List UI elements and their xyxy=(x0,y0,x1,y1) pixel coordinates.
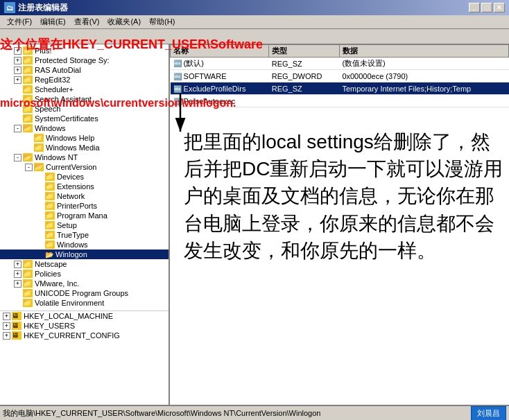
table-row-selected[interactable]: 🔤 ExcludeProfileDirs REG_SZ Temporary In… xyxy=(171,82,509,95)
expand-icon[interactable]: - xyxy=(14,154,21,161)
tree-item-protected[interactable]: + 📁 Protected Storage Sy: xyxy=(0,55,169,65)
folder-icon: 📁 xyxy=(45,240,55,249)
tree-item-regedit32[interactable]: + 📁 RegEdit32 xyxy=(0,75,169,85)
folder-icon: 📂 xyxy=(34,163,44,171)
folder-icon: 📁 xyxy=(23,46,33,55)
folder-icon: 📁 xyxy=(45,231,55,239)
folder-open-icon: 📂 xyxy=(45,251,53,259)
window-title: 注册表编辑器 xyxy=(18,2,68,14)
tree-item-windows2[interactable]: 📁 Windows xyxy=(0,240,169,250)
expand-icon[interactable]: + xyxy=(14,261,21,268)
tree-item-scheduler[interactable]: 📁 Scheduler+ xyxy=(0,85,169,94)
table-row[interactable]: 🔤 SOFTWARE REG_DWORD 0x00000ece (3790) xyxy=(171,70,509,82)
folder-icon: 🖥 xyxy=(12,312,21,320)
folder-icon: 📁 xyxy=(45,173,55,181)
reg-type xyxy=(269,95,340,107)
tree-item-search[interactable]: 📁 Search Assistant xyxy=(0,94,169,104)
tree-item-hklm[interactable]: + 🖥 HKEY_LOCAL_MACHINE xyxy=(0,311,169,321)
folder-icon: 📁 xyxy=(45,182,55,191)
tree-item-windows[interactable]: - 📂 Windows xyxy=(0,123,169,133)
tree-item-syscerts[interactable]: 📁 SystemCertificates xyxy=(0,114,169,123)
folder-icon: 📁 xyxy=(23,114,33,123)
tree-item-program-mana[interactable]: 📁 Program Mana xyxy=(0,211,169,220)
menu-view[interactable]: 查看(V) xyxy=(70,15,104,28)
tree-item-setup[interactable]: 📁 Setup xyxy=(0,220,169,230)
folder-icon: 📁 xyxy=(23,66,33,74)
expand-icon[interactable]: - xyxy=(14,125,21,132)
menu-favorites[interactable]: 收藏夹(A) xyxy=(103,15,145,28)
tree-item-hku[interactable]: + 🖥 HKEY_USERS xyxy=(0,321,169,331)
tree-item-devices[interactable]: 📁 Devices xyxy=(0,172,169,182)
tree-label: Windows xyxy=(57,240,88,249)
tree-item-currentversion[interactable]: - 📂 CurrentVersion xyxy=(0,162,169,172)
status-path: 我的电脑\HKEY_CURRENT_USER\Software\Microsof… xyxy=(3,408,468,419)
folder-icon: 📁 xyxy=(23,299,33,307)
close-button[interactable]: ✕ xyxy=(494,3,505,12)
tree-label: RAS AutoDial xyxy=(35,66,81,74)
reg-name: 🔤 (默认) xyxy=(171,58,269,70)
tree-label: Extensions xyxy=(57,182,94,191)
tree-item-unicode[interactable]: 📁 UNICODE Program Groups xyxy=(0,288,169,298)
expand-icon[interactable]: + xyxy=(14,280,21,288)
tree-item-vmware[interactable]: + 📁 VMware, Inc. xyxy=(0,279,169,288)
tree-item-windows-media[interactable]: 📁 Windows Media xyxy=(0,143,169,152)
reg-name: 🔤 SOFTWARE xyxy=(171,70,269,82)
tree-label: Plus! xyxy=(35,46,51,55)
expand-icon[interactable]: - xyxy=(25,164,33,171)
tree-item-winlogon[interactable]: 📂 Winlogon xyxy=(0,250,169,259)
col-data: 数据 xyxy=(339,45,508,58)
tree-item-windows-help[interactable]: 📁 Windows Help xyxy=(0,133,169,143)
folder-icon: 📁 xyxy=(34,143,44,152)
tree-item-truetype[interactable]: 📁 TrueType xyxy=(0,230,169,240)
folder-icon: 📁 xyxy=(23,289,33,297)
tree-label: RegEdit32 xyxy=(35,76,70,84)
expand-icon[interactable]: + xyxy=(14,270,21,278)
toolbar xyxy=(0,29,509,44)
title-bar: 🗂 注册表编辑器 _ □ ✕ xyxy=(0,0,509,15)
folder-icon: 📁 xyxy=(45,202,55,210)
tree-label: Setup xyxy=(57,221,77,229)
tree-item-network[interactable]: 📁 Network xyxy=(0,191,169,201)
status-badge: 刘晨昌 xyxy=(471,406,506,421)
tree-item-windows-nt[interactable]: - 📂 Windows NT xyxy=(0,152,169,162)
tree-item-ras[interactable]: + 📁 RAS AutoDial xyxy=(0,65,169,75)
tree-label: Windows Help xyxy=(46,134,94,142)
reg-name: 🔤 ParseAutoexec xyxy=(171,95,269,107)
expand-icon[interactable]: + xyxy=(14,67,21,74)
folder-icon: 📁 xyxy=(34,134,44,142)
tree-item-extensions[interactable]: 📁 Extensions xyxy=(0,182,169,191)
expand-icon[interactable]: + xyxy=(3,332,10,340)
folder-icon: 📁 xyxy=(23,260,33,268)
tree-panel[interactable]: + 📁 Plus! + 📁 Protected Storage Sy: + 📁 … xyxy=(0,44,170,405)
reg-type: REG_SZ xyxy=(269,58,340,70)
tree-label: Winlogon xyxy=(55,250,87,259)
menu-file[interactable]: 文件(F) xyxy=(3,15,36,28)
expand-icon[interactable]: + xyxy=(14,76,21,84)
tree-label: SystemCertificates xyxy=(35,114,98,123)
folder-icon: 📁 xyxy=(23,270,33,278)
folder-icon: 📁 xyxy=(45,192,55,200)
registry-panel: 名称 类型 数据 🔤 (默认) REG_SZ (数值未设置) 🔤 SOFTWAR… xyxy=(170,44,509,405)
tree-item-printerports[interactable]: 📁 PrinterPorts xyxy=(0,201,169,211)
maximize-button[interactable]: □ xyxy=(481,3,492,12)
tree-item-plus[interactable]: + 📁 Plus! xyxy=(0,46,169,55)
tree-item-hkcc[interactable]: + 🖥 HKEY_CURRENT_CONFIG xyxy=(0,331,169,340)
tree-item-volatile[interactable]: 📁 Volatile Environment xyxy=(0,298,169,308)
expand-icon[interactable]: + xyxy=(3,322,10,330)
minimize-button[interactable]: _ xyxy=(469,3,480,12)
menu-edit[interactable]: 编辑(E) xyxy=(36,15,70,28)
table-row[interactable]: 🔤 ParseAutoexec xyxy=(171,95,509,107)
expand-icon[interactable]: + xyxy=(14,47,21,55)
reg-data: Temporary Internet Files;History;Temp xyxy=(339,82,508,95)
tree-label: Search Assistant xyxy=(35,95,92,103)
expand-icon[interactable]: + xyxy=(14,57,21,64)
expand-icon[interactable]: + xyxy=(3,313,10,320)
tree-item-speech[interactable]: 📁 Speech xyxy=(0,104,169,114)
tree-item-netscape[interactable]: + 📁 Netscape xyxy=(0,259,169,269)
menu-help[interactable]: 帮助(H) xyxy=(145,15,179,28)
tree-item-policies[interactable]: + 📁 Policies xyxy=(0,269,169,279)
table-row[interactable]: 🔤 (默认) REG_SZ (数值未设置) xyxy=(171,58,509,70)
reg-data: (数值未设置) xyxy=(339,58,508,70)
tree-label: Protected Storage Sy: xyxy=(35,56,110,64)
status-bar: 我的电脑\HKEY_CURRENT_USER\Software\Microsof… xyxy=(0,405,509,420)
